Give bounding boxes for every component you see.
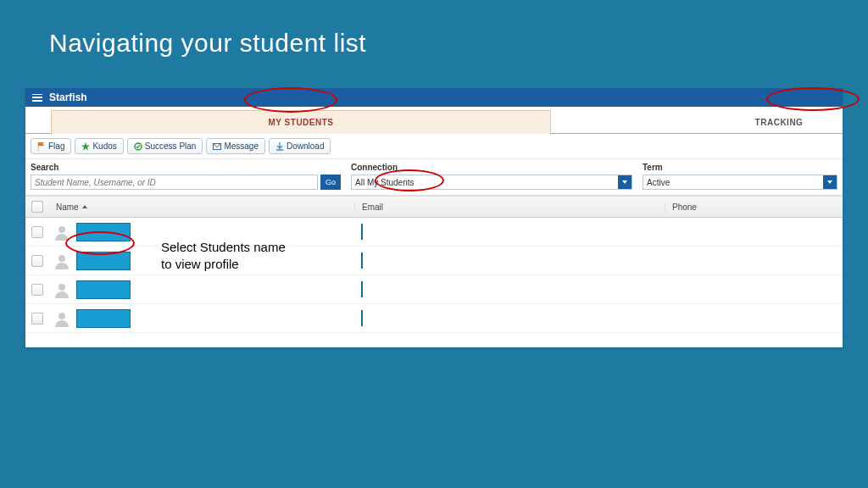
avatar-icon xyxy=(53,223,71,241)
app-brand: Starfish xyxy=(49,92,87,103)
select-all-checkbox[interactable] xyxy=(31,201,43,213)
flag-label: Flag xyxy=(48,141,64,151)
download-label: Download xyxy=(287,141,324,151)
term-select[interactable]: Active xyxy=(643,175,837,190)
envelope-icon xyxy=(213,142,221,151)
message-button[interactable]: Message xyxy=(206,138,265,154)
avatar-icon xyxy=(53,252,71,270)
kudos-button[interactable]: Kudos xyxy=(75,138,123,154)
student-email xyxy=(361,224,363,240)
table-row xyxy=(25,304,843,333)
student-email xyxy=(361,310,363,326)
row-checkbox[interactable] xyxy=(31,226,43,238)
svg-point-4 xyxy=(58,284,65,291)
flag-icon xyxy=(37,142,46,151)
tab-my-students[interactable]: MY STUDENTS xyxy=(51,110,551,134)
col-email[interactable]: Email xyxy=(354,202,665,212)
row-checkbox[interactable] xyxy=(31,255,43,267)
avatar-icon xyxy=(53,309,71,328)
term-value: Active xyxy=(647,178,670,187)
student-name-link[interactable] xyxy=(76,309,131,328)
search-label: Search xyxy=(31,163,341,172)
connection-select[interactable]: All My Students xyxy=(351,175,632,190)
svg-point-2 xyxy=(58,226,65,233)
flag-button[interactable]: Flag xyxy=(31,138,71,154)
svg-point-5 xyxy=(58,313,65,319)
app-header: Starfish xyxy=(25,88,843,107)
chevron-down-icon xyxy=(823,175,837,189)
student-email xyxy=(361,281,363,297)
plan-icon xyxy=(134,142,142,151)
toolbar: Flag Kudos Success Plan Message Download xyxy=(25,134,843,159)
download-icon xyxy=(275,142,284,151)
avatar-icon xyxy=(53,280,71,299)
table-row xyxy=(25,218,843,247)
student-name-link[interactable] xyxy=(76,223,131,241)
success-plan-label: Success Plan xyxy=(145,141,197,151)
tab-tracking[interactable]: TRACKING xyxy=(715,110,843,134)
kudos-label: Kudos xyxy=(92,141,116,151)
student-email xyxy=(361,252,363,269)
hamburger-icon[interactable] xyxy=(32,94,42,102)
success-plan-button[interactable]: Success Plan xyxy=(127,138,203,154)
col-phone[interactable]: Phone xyxy=(665,202,843,212)
col-name-label: Name xyxy=(56,202,79,212)
sort-asc-icon xyxy=(82,205,87,208)
annotation-text: Select Students name to view profile xyxy=(161,239,286,272)
table-row xyxy=(25,275,843,304)
go-button[interactable]: Go xyxy=(320,175,341,190)
tab-bar: MY STUDENTS TRACKING xyxy=(25,107,843,134)
star-icon xyxy=(81,142,90,151)
svg-point-3 xyxy=(58,255,65,262)
download-button[interactable]: Download xyxy=(269,138,331,154)
grid-header: Name Email Phone xyxy=(25,196,843,218)
table-row xyxy=(25,247,843,275)
term-label: Term xyxy=(643,163,837,172)
col-name[interactable]: Name xyxy=(49,202,354,212)
annotation-line1: Select Students name xyxy=(161,239,286,256)
student-name-link[interactable] xyxy=(76,252,131,270)
app-panel: Starfish MY STUDENTS TRACKING Flag Kudos… xyxy=(25,88,843,347)
message-label: Message xyxy=(224,141,259,151)
row-checkbox[interactable] xyxy=(31,313,43,324)
slide-title: Navigating your student list xyxy=(0,0,868,58)
row-checkbox[interactable] xyxy=(31,284,43,296)
filter-bar: Search Go Connection All My Students Ter… xyxy=(25,159,843,196)
connection-label: Connection xyxy=(351,163,632,172)
student-name-link[interactable] xyxy=(76,280,131,299)
connection-value: All My Students xyxy=(355,178,414,187)
search-input[interactable] xyxy=(31,175,318,190)
chevron-down-icon xyxy=(618,175,632,189)
annotation-line2: to view profile xyxy=(161,256,286,273)
